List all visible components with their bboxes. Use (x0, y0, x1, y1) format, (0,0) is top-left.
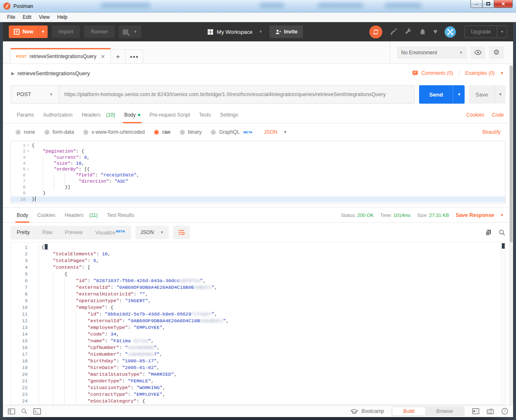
minimize-button[interactable]: ‒ (470, 0, 483, 8)
menu-help[interactable]: Help (53, 13, 71, 21)
settings-button[interactable]: ⚙ (489, 46, 504, 59)
sync-status-button[interactable] (369, 25, 382, 38)
environment-select[interactable]: No Environment ▼ (397, 46, 467, 59)
tab-close-icon[interactable]: ✕ (101, 53, 105, 60)
tab-tests[interactable]: Tests (195, 107, 216, 123)
cookies-link[interactable]: Cookies (466, 112, 484, 118)
new-tab-button[interactable]: + (111, 49, 126, 64)
code-line: 24 "eSocialCategory": { (11, 398, 505, 405)
send-dropdown[interactable]: ▼ (453, 85, 465, 104)
maximize-button[interactable] (482, 0, 494, 8)
response-tab-headers[interactable]: Headers (11) (60, 208, 102, 222)
method-label: POST (17, 92, 31, 97)
build-toggle[interactable]: Build (392, 407, 425, 415)
chevron-down-icon: ▼ (500, 71, 504, 75)
tab-authorization[interactable]: Authorization (38, 107, 77, 123)
code-line: 14 "code": 34, (11, 331, 505, 338)
avatar[interactable] (445, 26, 456, 38)
menu-edit[interactable]: Edit (19, 13, 35, 21)
settings-wrench-button[interactable] (404, 28, 412, 36)
code-line: 22 "situationType": "WORKING", (11, 384, 505, 391)
tab-label: Params (17, 112, 34, 118)
find-button[interactable] (21, 408, 28, 415)
shortcuts-button[interactable] (487, 408, 494, 414)
mode-binary[interactable]: binary (180, 129, 202, 135)
request-tab[interactable]: POST retrieveSentIntegrationsQuery ✕ (10, 48, 111, 64)
runner-button[interactable]: Runner (84, 25, 114, 38)
view-raw[interactable]: Raw (36, 226, 58, 239)
collapse-triangle-icon[interactable]: ▶ (11, 71, 15, 76)
invite-button[interactable]: Invite (269, 25, 303, 38)
browse-toggle[interactable]: Browse (425, 407, 464, 415)
code-line: 11 "id": "8bba19d2-5e7b-43dd-b8e6-056297… (11, 311, 505, 318)
save-dropdown[interactable]: ▼ (495, 85, 506, 104)
view-preview[interactable]: Preview (58, 226, 89, 239)
code-link[interactable]: Code (492, 112, 504, 118)
divider (459, 69, 459, 77)
notifications-button[interactable] (419, 28, 426, 36)
open-new-button[interactable]: ▼ (119, 25, 141, 38)
close-button[interactable]: ✕ (494, 0, 513, 8)
view-pretty[interactable]: Pretty (10, 226, 36, 239)
wrap-lines-button[interactable] (173, 226, 190, 239)
code-line: 19 "hireDate": "2005-01-02", (11, 364, 505, 371)
code-line: 8 }] (11, 184, 505, 190)
bootcamp-button[interactable]: Bootcamp (351, 408, 384, 414)
workspace-switcher[interactable]: My Workspace ▼ (208, 29, 263, 35)
upgrade-dropdown[interactable]: ▼ (497, 26, 507, 38)
tab-pre-request-script[interactable]: Pre-request Script (145, 107, 195, 123)
tab-headers[interactable]: Headers (10) (77, 107, 119, 123)
code-line: 20 "maritalStatusType": "MARRIED", (11, 371, 505, 378)
toggle-sidebar-button[interactable] (8, 408, 15, 415)
response-tab-test-results[interactable]: Test Results (102, 208, 139, 222)
url-input[interactable] (59, 86, 414, 103)
mode-x-www-form-urlencoded[interactable]: x-www-form-urlencoded (83, 129, 145, 135)
save-response-button[interactable]: Save Response▼ (456, 212, 504, 218)
titlebar-blur-decoration (384, 3, 422, 8)
response-content-type-select[interactable]: JSON ▼ (135, 226, 169, 239)
mode-raw[interactable]: raw (154, 129, 170, 135)
help-icon: ? (501, 408, 508, 415)
mode-none[interactable]: none (15, 129, 35, 135)
mode-graphql[interactable]: GraphQLBETA (211, 129, 252, 135)
tab-options-button[interactable]: ●●● (126, 49, 143, 64)
view-visualize[interactable]: VisualizeBETA (89, 226, 131, 239)
app-scrollbar-thumb[interactable] (510, 66, 513, 242)
favorites-heart-icon[interactable]: ♥ (433, 28, 437, 36)
interceptor-button[interactable] (389, 28, 397, 36)
environment-quicklook-button[interactable] (470, 46, 485, 59)
console-button[interactable] (33, 408, 41, 415)
response-tab-body[interactable]: Body (12, 208, 33, 222)
plus-icon: + (14, 29, 20, 35)
response-scrollbar[interactable] (501, 242, 505, 405)
import-button[interactable]: Import (52, 25, 80, 38)
help-button[interactable]: ? (501, 408, 508, 415)
copy-response-button[interactable] (485, 229, 492, 236)
menu-view[interactable]: View (35, 13, 53, 21)
response-body-viewer[interactable]: 1{2 "totalElements": 10,3 "totalPages": … (10, 242, 506, 405)
copy-icon (485, 229, 492, 236)
menu-file[interactable]: File (3, 13, 19, 21)
response-scrollbar-thumb[interactable] (502, 243, 505, 249)
upgrade-button[interactable]: Upgrade ▼ (465, 25, 507, 38)
send-button[interactable]: Send ▼ (419, 85, 465, 104)
tab-params[interactable]: Params (12, 107, 38, 123)
search-response-button[interactable] (498, 229, 506, 236)
save-button[interactable]: Save ▼ (469, 85, 506, 104)
two-pane-view-button[interactable] (472, 408, 479, 414)
request-body-editor[interactable]: 1▾{2▾ "pagination": {3 "current": 0,4 "s… (10, 141, 506, 204)
comments-button[interactable]: Comments (0) (412, 70, 453, 76)
mode-form-data[interactable]: form-data (44, 129, 74, 135)
examples-button[interactable]: Examples (0) ▼ (465, 70, 504, 76)
time-value: 1014ms (394, 213, 411, 218)
tab-body[interactable]: Body (119, 107, 145, 123)
beautify-link[interactable]: Beautify (483, 129, 501, 135)
new-dropdown[interactable]: ▼ (38, 25, 48, 38)
wrench-icon (404, 28, 412, 36)
app-scrollbar[interactable] (509, 65, 513, 405)
response-tab-cookies[interactable]: Cookies (33, 208, 60, 222)
tab-settings[interactable]: Settings (216, 107, 243, 123)
new-button[interactable]: +New ▼ (9, 25, 48, 38)
method-select[interactable]: POST ▼ (11, 86, 59, 103)
content-type-select[interactable]: JSON▼ (264, 129, 287, 135)
